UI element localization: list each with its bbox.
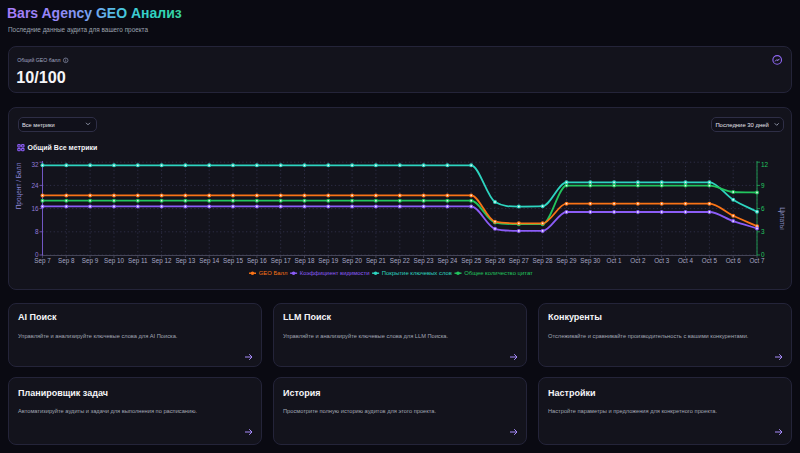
svg-text:Коэффициент видимости: Коэффициент видимости bbox=[300, 270, 370, 276]
svg-text:Общий Все метрики: Общий Все метрики bbox=[28, 144, 98, 152]
svg-text:Автоматизируйте аудиты и задач: Автоматизируйте аудиты и задачи для выпо… bbox=[18, 408, 197, 414]
svg-text:Sep 15: Sep 15 bbox=[223, 257, 243, 265]
svg-text:Sep 17: Sep 17 bbox=[271, 257, 291, 265]
svg-text:Sep 16: Sep 16 bbox=[247, 257, 267, 265]
svg-text:Oct 3: Oct 3 bbox=[654, 257, 670, 264]
svg-text:Цитаты: Цитаты bbox=[778, 207, 786, 230]
svg-text:Bars Agency GEO Анализ: Bars Agency GEO Анализ bbox=[7, 5, 182, 21]
svg-text:Sep 29: Sep 29 bbox=[557, 257, 577, 265]
svg-text:Sep 14: Sep 14 bbox=[199, 257, 219, 265]
svg-text:Процент / Балл: Процент / Балл bbox=[15, 162, 23, 209]
svg-text:8: 8 bbox=[35, 228, 39, 235]
svg-text:Oct 7: Oct 7 bbox=[749, 257, 765, 264]
svg-text:Sep 25: Sep 25 bbox=[461, 257, 481, 265]
svg-text:Sep 24: Sep 24 bbox=[437, 257, 457, 265]
svg-text:Oct 2: Oct 2 bbox=[630, 257, 646, 264]
svg-text:32: 32 bbox=[31, 161, 39, 168]
svg-text:Последние данные аудита для ва: Последние данные аудита для вашего проек… bbox=[8, 26, 148, 34]
svg-text:Sep 21: Sep 21 bbox=[366, 257, 386, 265]
svg-text:Отслеживайте и сравнивайте про: Отслеживайте и сравнивайте производитель… bbox=[548, 333, 749, 339]
svg-text:3: 3 bbox=[761, 228, 765, 235]
svg-text:Общее количество цитат: Общее количество цитат bbox=[464, 270, 533, 276]
svg-text:Sep 19: Sep 19 bbox=[318, 257, 338, 265]
svg-text:Все метрики: Все метрики bbox=[22, 122, 55, 128]
svg-text:История: История bbox=[283, 388, 321, 398]
svg-text:Oct 4: Oct 4 bbox=[678, 257, 694, 264]
svg-text:Oct 6: Oct 6 bbox=[726, 257, 742, 264]
svg-text:16: 16 bbox=[31, 205, 39, 212]
svg-text:Sep 22: Sep 22 bbox=[390, 257, 410, 265]
svg-text:Общий GEO балл: Общий GEO балл bbox=[17, 57, 60, 63]
svg-text:Настройки: Настройки bbox=[548, 388, 595, 398]
svg-text:Sep 12: Sep 12 bbox=[152, 257, 172, 265]
svg-text:Управляйте и анализируйте ключ: Управляйте и анализируйте ключевые слова… bbox=[283, 333, 448, 339]
svg-text:Sep 10: Sep 10 bbox=[104, 257, 124, 265]
svg-text:Конкуренты: Конкуренты bbox=[548, 312, 602, 322]
svg-text:Просмотрите полную историю ауд: Просмотрите полную историю аудитов для э… bbox=[283, 408, 436, 414]
svg-text:Планировщик задач: Планировщик задач bbox=[18, 388, 108, 398]
svg-text:12: 12 bbox=[761, 161, 769, 168]
svg-text:Sep 30: Sep 30 bbox=[580, 257, 600, 265]
svg-text:Покрытие ключевых слов: Покрытие ключевых слов bbox=[382, 270, 452, 276]
svg-text:Oct 1: Oct 1 bbox=[607, 257, 623, 264]
svg-text:Настройте параметры и предложе: Настройте параметры и предложения для ко… bbox=[548, 408, 717, 414]
svg-text:Управляйте и анализируйте ключ: Управляйте и анализируйте ключевые слова… bbox=[18, 333, 178, 339]
svg-text:Sep 27: Sep 27 bbox=[509, 257, 529, 265]
svg-text:GEO Балл: GEO Балл bbox=[259, 270, 288, 276]
svg-text:Sep 20: Sep 20 bbox=[342, 257, 362, 265]
svg-text:LLM Поиск: LLM Поиск bbox=[283, 312, 331, 322]
svg-text:Sep 23: Sep 23 bbox=[414, 257, 434, 265]
svg-text:9: 9 bbox=[761, 182, 765, 189]
svg-text:Sep 8: Sep 8 bbox=[58, 257, 75, 265]
svg-text:Sep 13: Sep 13 bbox=[175, 257, 195, 265]
svg-text:Sep 28: Sep 28 bbox=[533, 257, 553, 265]
svg-text:Последние 30 дней: Последние 30 дней bbox=[715, 122, 768, 128]
svg-text:24: 24 bbox=[31, 182, 39, 189]
svg-text:Sep 26: Sep 26 bbox=[485, 257, 505, 265]
svg-text:Sep 9: Sep 9 bbox=[82, 257, 99, 265]
svg-text:Sep 7: Sep 7 bbox=[34, 257, 51, 265]
svg-text:Oct 5: Oct 5 bbox=[702, 257, 718, 264]
svg-text:AI Поиск: AI Поиск bbox=[18, 312, 57, 322]
svg-text:Sep 11: Sep 11 bbox=[128, 257, 148, 265]
svg-text:10/100: 10/100 bbox=[16, 68, 66, 86]
svg-text:6: 6 bbox=[761, 205, 765, 212]
svg-text:Sep 18: Sep 18 bbox=[295, 257, 315, 265]
